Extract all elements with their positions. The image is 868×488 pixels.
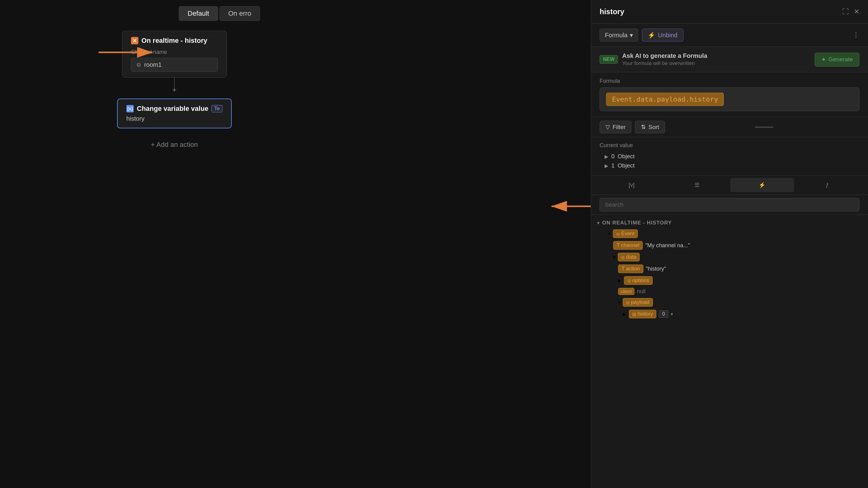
unbind-icon: ⚡ [648,31,655,39]
close-panel-icon[interactable]: ✕ [854,8,859,16]
search-input[interactable] [600,198,859,212]
cv-type-0: Object [618,153,635,160]
event-chevron: ▾ [608,231,611,236]
tree-section-chevron: ▾ [597,221,600,225]
panel-header: history ⛶ ✕ [591,0,868,24]
cv-index-0: 0 [611,153,615,160]
history-counter: 0 [659,311,668,318]
payload-chevron: ▾ [618,300,620,305]
more-options-icon[interactable]: ⋮ [852,31,859,39]
cv-item-1: ▶ 1 Object [600,161,859,170]
channel-value: room1 [144,61,162,68]
filter-button[interactable]: ▽ Filter [600,121,631,133]
sort-icon: ⇅ [641,124,646,131]
drag-handle [755,127,773,128]
action-chip: T action [618,264,643,273]
cv-type-1: Object [618,162,635,169]
cv-item-0: ▶ 0 Object [600,152,859,161]
channel-value: "My channel na..." [645,242,690,249]
tab-on-error[interactable]: On erro [219,6,260,21]
tree-item-channel[interactable]: T channel "My channel na..." [597,239,862,251]
options-chip-label: options [632,278,649,284]
variable-tab-icon: [v] [628,182,634,188]
formula-section: Formula Event.data.payload.history [591,72,868,117]
tree-item-client[interactable]: client null [597,286,862,296]
tab-lightning[interactable]: ⚡ [730,178,794,192]
history-chip-icon: ▤ [632,312,636,317]
generate-label: Generate [829,56,853,63]
variable-tree: ▾ ON REALTIME - HISTORY ▾ ◎ Event T chan… [591,215,868,488]
payload-chip-label: payload [631,299,650,305]
tree-item-event[interactable]: ▾ ◎ Event [597,228,862,239]
data-chip-icon: ◎ [621,255,625,260]
current-value-section: Current value ▶ 0 Object ▶ 1 Object [591,137,868,175]
data-chevron: ▾ [613,255,615,260]
lightning-tab-icon: ⚡ [758,182,765,188]
close-icon: ✕ [131,37,138,44]
channel-chip-label: channel [621,242,639,249]
unbind-label: Unbind [658,32,677,39]
sort-label: Sort [648,124,659,131]
tree-item-payload[interactable]: ▾ ◎ payload [597,296,862,308]
sort-button[interactable]: ⇅ Sort [635,121,665,133]
history-chip: ▤ history [629,310,656,318]
event-chip-label: Event [621,231,634,237]
change-var-icon: [x] [126,105,134,112]
node-change-var[interactable]: [x] Change variable value Te history [117,99,232,128]
channel-chip-type: T [617,242,620,249]
formula-label: Formula [600,78,859,84]
tree-item-history[interactable]: ▶ ▤ history 0 ▾ [597,308,862,320]
change-var-title: Change variable value [137,105,208,113]
node-realtime[interactable]: ✕ On realtime - history Channel name ⚙ r… [122,31,227,77]
panel-header-actions: ⛶ ✕ [842,8,859,16]
generate-button[interactable]: ✦ Generate [815,53,859,66]
canvas-area: Default On erro ✕ On realtime - history … [0,0,868,488]
data-chip-label: data [626,254,636,260]
tab-variable[interactable]: [v] [600,178,664,192]
tree-section-header[interactable]: ▾ ON REALTIME - HISTORY [597,218,862,228]
action-chip-type: T [621,266,625,272]
event-chip: ◎ Event [613,229,638,238]
channel-input[interactable]: ⚙ room1 [131,58,218,72]
change-var-tag: Te [211,105,222,112]
cv-index-1: 1 [611,162,615,169]
search-section [591,195,868,215]
history-dropdown-arrow[interactable]: ▾ [671,312,673,317]
expand-icon[interactable]: ⛶ [842,8,849,16]
node-realtime-title: On realtime - history [142,37,207,45]
formula-dropdown-arrow: ▾ [630,31,633,39]
tab-default[interactable]: Default [179,6,218,21]
channel-chip: T channel [613,241,643,250]
channel-icon: ⚙ [136,62,141,68]
change-var-name: history [126,115,222,122]
options-chip-icon: ◎ [627,278,631,283]
ai-section: NEW Ask AI to generate a Formula Your fo… [591,47,868,72]
tree-item-action[interactable]: T action "history" [597,263,862,274]
cv-arrow-1: ▶ [604,163,608,169]
action-value: "history" [646,266,666,272]
history-chevron: ▶ [623,312,626,317]
ai-subtitle: Your formula will be overwritten [622,60,810,66]
event-chip-icon: ◎ [616,231,620,236]
change-var-header: [x] Change variable value Te [126,105,222,113]
current-value-label: Current value [600,142,859,149]
top-tabs: Default On erro [179,6,260,21]
add-action-button[interactable]: + Add an action [145,138,204,152]
channel-label: Channel name [131,49,218,56]
unbind-button[interactable]: ⚡ Unbind [642,29,683,41]
tree-item-data[interactable]: ▾ ◎ data [597,251,862,263]
formula-dropdown[interactable]: Formula ▾ [600,29,638,41]
cv-arrow-0: ▶ [604,154,608,160]
client-chip: client [618,288,634,295]
connector-line-1: + [174,77,175,90]
tab-function[interactable]: ƒ [795,178,859,192]
formula-box[interactable]: Event.data.payload.history [600,88,859,111]
bottom-tabs: [v] ☰ ⚡ ƒ [591,175,868,195]
formula-dropdown-label: Formula [605,32,627,39]
flow-container: ✕ On realtime - history Channel name ⚙ r… [117,31,232,152]
connector-plus-1[interactable]: + [172,86,177,94]
tree-item-options[interactable]: ▶ ◎ options [597,274,862,286]
panel-title: history [600,7,624,16]
function-tab-icon: ƒ [826,182,829,188]
tab-data[interactable]: ☰ [665,178,729,192]
